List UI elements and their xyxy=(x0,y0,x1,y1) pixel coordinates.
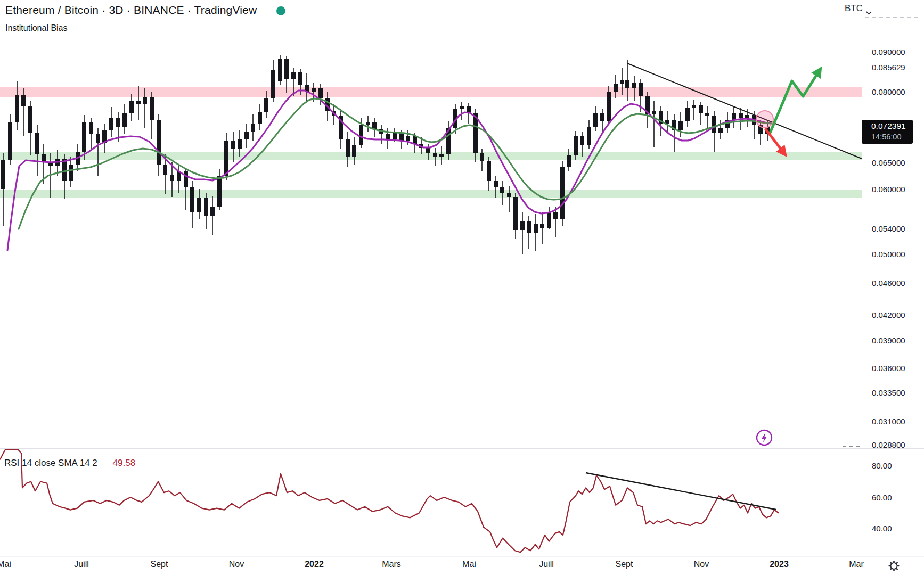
current-price-badge: 0.072391 14:56:00 xyxy=(862,120,913,144)
price-tick: 0.050000 xyxy=(872,250,905,259)
candle-body xyxy=(607,92,611,121)
candle-body xyxy=(35,133,39,154)
candle-body xyxy=(600,113,604,121)
candle-body xyxy=(318,88,323,98)
candle-body xyxy=(157,120,161,165)
candle-body xyxy=(534,224,538,233)
candle-body xyxy=(8,122,12,160)
candle-body xyxy=(620,80,624,84)
candle-body xyxy=(540,224,544,228)
rsi-tick: 40.00 xyxy=(872,524,892,533)
price-tick: 0.033500 xyxy=(872,388,905,397)
candle-body xyxy=(244,132,249,139)
candle-body xyxy=(547,212,551,228)
candle-body xyxy=(718,128,723,133)
price-tick: 0.036000 xyxy=(872,364,905,373)
price-tick: 0.031000 xyxy=(872,417,905,426)
candle-body xyxy=(143,97,147,104)
candle-body xyxy=(480,153,484,161)
rsi-indicator-header[interactable]: RSI 14 close SMA 14 2 49.58 xyxy=(4,458,135,469)
candle-body xyxy=(705,113,709,116)
candle-body xyxy=(393,133,397,139)
price-tick: 0.054000 xyxy=(872,224,905,233)
candle-body xyxy=(739,113,743,118)
candle-body xyxy=(593,113,598,127)
candle-body xyxy=(639,83,643,96)
price-tick: 0.080000 xyxy=(872,87,905,96)
candle-body xyxy=(494,181,498,187)
candle-body xyxy=(712,116,716,133)
resistance-zone-0.080 xyxy=(0,87,862,97)
candle-body xyxy=(163,165,167,175)
candle-body xyxy=(520,221,525,230)
candle-body xyxy=(507,193,511,197)
candle-body xyxy=(487,161,491,181)
support-zone-0.065 xyxy=(0,152,862,160)
candle-body xyxy=(386,134,390,139)
candle-body xyxy=(116,118,120,127)
candle-body xyxy=(284,59,289,79)
rsi-indicator-value: 49.58 xyxy=(113,458,136,468)
candle-body xyxy=(685,108,690,121)
candle-body xyxy=(500,187,504,193)
candle-body xyxy=(184,171,188,187)
price-tick: 0.042000 xyxy=(872,310,905,319)
candle-body xyxy=(271,70,275,98)
rsi-trendline[interactable] xyxy=(586,473,776,510)
time-tick: Nov xyxy=(694,560,709,569)
candle-body xyxy=(122,113,127,127)
time-tick: 2022 xyxy=(305,560,324,569)
status-dot-icon xyxy=(276,6,285,15)
support-zone-0.060 xyxy=(0,190,862,198)
chart-canvas[interactable] xyxy=(0,0,924,575)
currency-selector[interactable]: BTC xyxy=(845,3,872,14)
candle-body xyxy=(170,175,174,181)
currency-selector-label: BTC xyxy=(845,3,863,14)
candle-body xyxy=(129,101,134,113)
candle-body xyxy=(231,141,235,149)
price-tick: 0.060000 xyxy=(872,185,905,194)
candle-body xyxy=(614,84,618,92)
candle-body xyxy=(197,198,201,212)
lightning-button[interactable] xyxy=(756,429,773,446)
bearish-projection-arrow[interactable] xyxy=(766,129,785,154)
candle-body xyxy=(406,136,410,141)
tradingview-chart-app: Ethereum / Bitcoin · 3D · BINANCE · Trad… xyxy=(0,0,924,575)
price-tick: 0.085629 xyxy=(872,63,905,72)
chevron-down-icon xyxy=(866,7,872,11)
candle-body xyxy=(251,124,255,132)
candle-body xyxy=(278,59,282,81)
bullish-projection-arrow[interactable] xyxy=(769,69,820,135)
candle-body xyxy=(560,167,565,219)
candle-body xyxy=(652,111,656,114)
candle-body xyxy=(692,105,696,108)
current-bar-countdown: 14:56:00 xyxy=(871,132,913,142)
entry-zone-marker[interactable] xyxy=(756,111,773,128)
settings-button[interactable] xyxy=(887,559,901,572)
candle-body xyxy=(204,198,208,216)
candle-body xyxy=(291,72,296,79)
time-tick: 2023 xyxy=(770,560,789,569)
candle-body xyxy=(150,97,154,120)
candle-body xyxy=(1,160,5,189)
candle-body xyxy=(632,83,636,88)
candle-body xyxy=(136,101,141,104)
candle-body xyxy=(460,106,464,109)
candle-body xyxy=(527,221,531,233)
indicator-title: Institutional Bias xyxy=(5,23,68,33)
time-tick: Nov xyxy=(229,560,244,569)
candle-body xyxy=(96,134,100,143)
candle-body xyxy=(210,207,215,216)
time-tick: Mai xyxy=(0,560,11,569)
chart-title: Ethereum / Bitcoin · 3D · BINANCE · Trad… xyxy=(5,4,257,17)
candle-body xyxy=(625,80,629,88)
time-tick: Mai xyxy=(462,560,476,569)
time-tick: Juill xyxy=(74,560,89,569)
candle-body xyxy=(264,98,268,112)
current-price: 0.072391 xyxy=(871,121,913,132)
rsi-tick: 60.00 xyxy=(872,493,892,502)
candle-body xyxy=(69,165,73,181)
candle-body xyxy=(513,197,518,230)
candle-body xyxy=(82,122,86,152)
time-tick: Mar xyxy=(849,560,864,569)
